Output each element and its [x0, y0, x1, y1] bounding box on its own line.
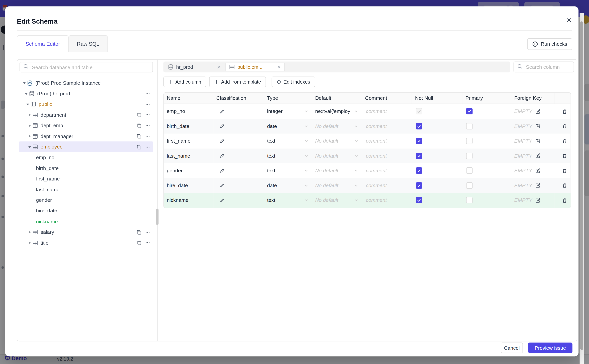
tree-item--prod-prod-sample-instance[interactable]: (Prod) Prod Sample Instance — [19, 78, 153, 88]
checkbox-checked_disabled[interactable] — [416, 108, 422, 115]
edit-square-icon[interactable] — [535, 168, 541, 173]
default-select[interactable]: No default — [315, 168, 362, 173]
tab-schema-editor[interactable]: Schema Editor — [17, 35, 69, 52]
default-select[interactable]: No default — [315, 197, 362, 203]
tree-item-first_name[interactable]: first_name — [19, 173, 153, 184]
comment-input[interactable] — [365, 182, 409, 189]
trash-icon[interactable] — [562, 109, 567, 114]
edit-square-icon[interactable] — [535, 124, 541, 129]
checkbox-checked[interactable] — [416, 182, 422, 189]
search-column-input[interactable] — [525, 64, 574, 70]
type-select[interactable]: text — [267, 153, 312, 159]
checkbox-unchecked[interactable] — [466, 123, 473, 130]
copy-icon[interactable] — [136, 240, 142, 245]
classification-edit-icon[interactable] — [219, 198, 225, 203]
comment-input[interactable] — [365, 167, 409, 174]
add-column-button[interactable]: Add column — [163, 77, 206, 87]
comment-input[interactable] — [365, 138, 409, 144]
tree-item-public[interactable]: public — [19, 99, 153, 110]
checkbox-unchecked[interactable] — [466, 153, 473, 159]
copy-icon[interactable] — [136, 123, 142, 128]
trash-icon[interactable] — [562, 168, 567, 173]
checkbox-checked[interactable] — [416, 197, 422, 203]
copy-icon[interactable] — [136, 229, 142, 235]
tree-item--prod-hr_prod[interactable]: (Prod) hr_prod — [19, 88, 153, 99]
close-icon[interactable]: × — [278, 64, 281, 70]
comment-input[interactable] — [365, 153, 409, 159]
trash-icon[interactable] — [562, 183, 567, 188]
run-checks-button[interactable]: Run checks — [528, 38, 572, 50]
tree-item-dept_emp[interactable]: dept_emp — [19, 120, 153, 131]
tree-item-dept_manager[interactable]: dept_manager — [19, 131, 153, 142]
checkbox-checked[interactable] — [416, 123, 422, 130]
classification-edit-icon[interactable] — [219, 138, 225, 144]
type-select[interactable]: date — [267, 182, 312, 188]
type-select[interactable]: text — [267, 168, 312, 173]
caret-down-icon[interactable] — [27, 145, 32, 149]
column-name[interactable]: hire_date — [167, 182, 188, 188]
checkbox-unchecked[interactable] — [466, 197, 473, 203]
caret-down-icon[interactable] — [25, 102, 31, 106]
caret-down-icon[interactable] — [21, 81, 27, 85]
checkbox-unchecked[interactable] — [466, 138, 473, 144]
more-icon[interactable] — [145, 91, 150, 96]
close-icon[interactable]: × — [217, 64, 220, 70]
default-select[interactable]: No default — [315, 138, 362, 144]
tree-item-emp_no[interactable]: emp_no — [19, 152, 153, 163]
more-icon[interactable] — [145, 102, 150, 107]
tree-item-department[interactable]: department — [19, 110, 153, 120]
default-select[interactable]: No default — [315, 153, 362, 159]
edit-square-icon[interactable] — [535, 183, 541, 188]
checkbox-unchecked[interactable] — [466, 182, 473, 189]
column-name[interactable]: birth_date — [167, 123, 189, 129]
add-from-template-button[interactable]: Add from template — [209, 77, 266, 87]
classification-edit-icon[interactable] — [219, 183, 225, 188]
type-select[interactable]: integer — [267, 109, 312, 114]
cancel-button[interactable]: Cancel — [501, 343, 523, 353]
classification-edit-icon[interactable] — [219, 168, 225, 173]
checkbox-unchecked[interactable] — [466, 167, 473, 174]
type-select[interactable]: text — [267, 197, 312, 203]
more-icon[interactable] — [145, 134, 150, 139]
tree-item-gender[interactable]: gender — [19, 195, 153, 205]
tree-item-last_name[interactable]: last_name — [19, 184, 153, 195]
type-select[interactable]: date — [267, 123, 312, 129]
checkbox-checked[interactable] — [416, 138, 422, 144]
copy-icon[interactable] — [136, 112, 142, 118]
search-database-input[interactable] — [31, 64, 153, 71]
more-icon[interactable] — [145, 123, 150, 128]
preview-issue-button[interactable]: Preview issue — [528, 343, 573, 353]
edit-indexes-button[interactable]: Edit indexes — [272, 77, 315, 87]
comment-input[interactable] — [365, 197, 409, 203]
classification-edit-icon[interactable] — [219, 109, 225, 114]
more-icon[interactable] — [145, 240, 150, 245]
edit-square-icon[interactable] — [535, 109, 541, 114]
classification-edit-icon[interactable] — [219, 124, 225, 129]
edit-square-icon[interactable] — [535, 138, 541, 144]
tab-raw-sql[interactable]: Raw SQL — [68, 35, 108, 52]
caret-right-icon[interactable] — [27, 134, 32, 138]
default-select[interactable]: nextval('employ — [315, 109, 362, 114]
checkbox-checked[interactable] — [466, 108, 473, 115]
caret-right-icon[interactable] — [27, 113, 32, 117]
checkbox-checked[interactable] — [416, 153, 422, 159]
column-name[interactable]: gender — [167, 168, 183, 173]
caret-down-icon[interactable] — [23, 92, 29, 96]
tree-item-salary[interactable]: salary — [19, 227, 153, 237]
trash-icon[interactable] — [562, 153, 567, 159]
column-name[interactable]: emp_no — [167, 109, 185, 114]
comment-input[interactable] — [365, 123, 409, 130]
column-name[interactable]: first_name — [167, 138, 190, 144]
edit-square-icon[interactable] — [535, 198, 541, 203]
column-name[interactable]: last_name — [167, 153, 190, 159]
tree-item-title[interactable]: title — [19, 237, 153, 248]
trash-icon[interactable] — [562, 138, 567, 144]
default-select[interactable]: No default — [315, 123, 362, 129]
trash-icon[interactable] — [562, 124, 567, 129]
more-icon[interactable] — [145, 229, 150, 235]
caret-right-icon[interactable] — [27, 124, 32, 128]
copy-icon[interactable] — [136, 134, 142, 139]
tree-item-hire_date[interactable]: hire_date — [19, 205, 153, 216]
checkbox-checked[interactable] — [416, 167, 422, 174]
page-scrollbar-thumb[interactable] — [580, 21, 583, 350]
